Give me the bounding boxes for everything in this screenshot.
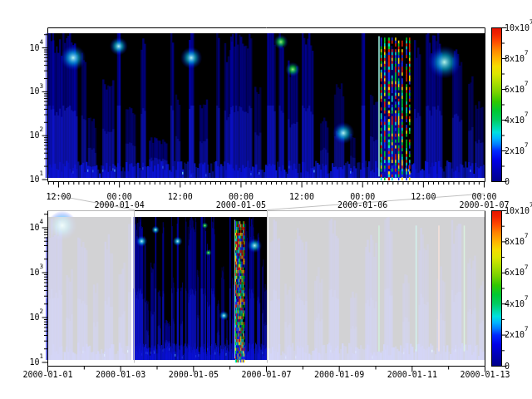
- top-plot-y-tick-label: 101: [29, 175, 43, 184]
- bottom-plot-y-tick-label: 101: [29, 358, 43, 367]
- bottom-plot-y-tick-label: 103: [29, 268, 43, 277]
- top-colorbar: [491, 27, 501, 182]
- top-plot-x-tick-time: 12:00: [411, 193, 436, 201]
- zoom-selection-box[interactable]: [134, 209, 267, 362]
- bottom-plot-x-tick-label: 2000-01-09: [314, 371, 364, 379]
- bottom-plot-x-tick-label: 2000-01-05: [169, 371, 219, 379]
- bottom-colorbar-tick-label: 0: [505, 362, 510, 370]
- bottom-colorbar-tick-label: 8x107: [505, 237, 529, 245]
- bottom-plot-x-tick-label: 2000-01-07: [241, 371, 291, 379]
- bottom-colorbar-tick-label: 4x107: [505, 299, 529, 308]
- bottom-plot-y-tick-label: 104: [29, 224, 43, 232]
- bottom-colorbar-tick-label: 6x107: [505, 268, 529, 277]
- top-colorbar-tick-label: 6x107: [505, 85, 529, 93]
- top-colorbar-tick-label: 4x107: [505, 116, 529, 124]
- bottom-colorbar-tick-label: 10x107: [505, 206, 532, 214]
- bottom-plot-y-tick-label: 102: [29, 313, 43, 322]
- figure: 10410310210110410310210112:0000:0012:000…: [0, 0, 532, 399]
- top-colorbar-tick-label: 8x107: [505, 54, 529, 62]
- top-plot-y-tick-label: 104: [29, 43, 43, 52]
- bottom-plot-x-tick-label: 2000-01-11: [387, 371, 437, 379]
- top-plot-y-tick-label: 102: [29, 131, 43, 140]
- bottom-plot-x-tick-label: 2000-01-01: [22, 371, 72, 379]
- top-colorbar-tick-label: 2x107: [505, 146, 529, 155]
- top-plot-y-tick-label: 103: [29, 87, 43, 96]
- top-plot-x-tick-date: 2000-01-05: [216, 201, 266, 209]
- top-plot-x-tick-date: 2000-01-07: [459, 201, 509, 209]
- top-colorbar-tick-label: 10x107: [505, 23, 532, 32]
- bottom-plot-x-tick-label: 2000-01-03: [96, 371, 145, 379]
- top-plot-area[interactable]: [47, 27, 485, 182]
- bottom-colorbar: [491, 210, 501, 366]
- bottom-plot-x-tick-label: 2000-01-13: [460, 371, 510, 379]
- bottom-colorbar-tick-label: 2x107: [505, 331, 529, 339]
- top-plot-x-tick-time: 12:00: [289, 193, 314, 201]
- top-plot-x-tick-time: 12:00: [46, 193, 71, 201]
- top-colorbar-tick-label: 0: [505, 177, 510, 185]
- top-plot-x-tick-date: 2000-01-04: [95, 201, 145, 209]
- top-plot-x-tick-date: 2000-01-06: [337, 201, 387, 209]
- top-plot-x-tick-time: 12:00: [168, 193, 193, 201]
